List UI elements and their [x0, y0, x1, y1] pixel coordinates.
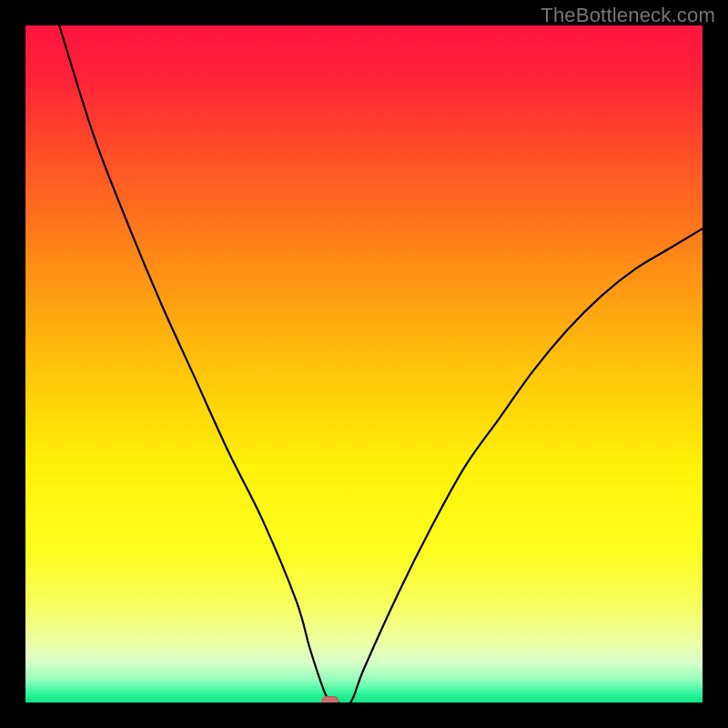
chart-frame: TheBottleneck.com — [0, 0, 728, 728]
minimum-marker — [322, 697, 339, 703]
bottleneck-chart — [25, 25, 703, 703]
chart-svg — [25, 25, 703, 703]
watermark-text: TheBottleneck.com — [541, 4, 715, 27]
gradient-background — [25, 25, 703, 703]
